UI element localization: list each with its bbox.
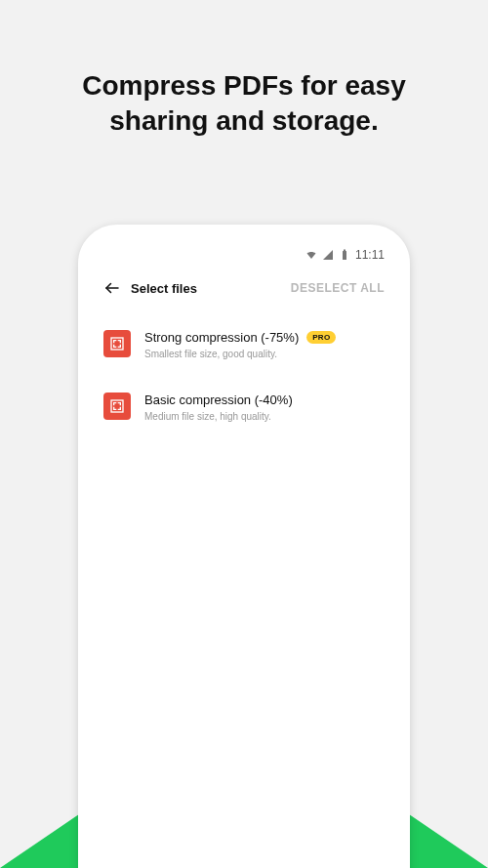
battery-icon — [339, 249, 350, 261]
phone-screen: 11:11 Select files DESELECT ALL Strong c — [88, 234, 400, 868]
status-time: 11:11 — [355, 248, 385, 262]
option-subtitle: Medium file size, high quality. — [144, 411, 385, 422]
status-bar: 11:11 — [103, 248, 385, 262]
option-basic-compression[interactable]: Basic compression (-40%) Medium file siz… — [103, 393, 385, 422]
option-title: Basic compression (-40%) — [144, 393, 293, 407]
option-text: Basic compression (-40%) Medium file siz… — [144, 393, 385, 422]
back-group[interactable]: Select files — [103, 279, 197, 297]
compress-icon — [103, 330, 131, 357]
signal-icon — [322, 249, 334, 261]
option-text: Strong compression (-75%) PRO Smallest f… — [144, 330, 385, 359]
option-strong-compression[interactable]: Strong compression (-75%) PRO Smallest f… — [103, 330, 385, 359]
phone-frame: 11:11 Select files DESELECT ALL Strong c — [78, 225, 410, 868]
top-bar: Select files DESELECT ALL — [103, 279, 385, 297]
wifi-icon — [305, 249, 317, 261]
page-root: Compress PDFs for easy sharing and stora… — [0, 0, 488, 868]
option-subtitle: Smallest file size, good quality. — [144, 349, 385, 359]
option-title: Strong compression (-75%) — [144, 330, 299, 345]
pro-badge: PRO — [306, 331, 336, 344]
svg-rect-4 — [111, 400, 123, 412]
svg-rect-1 — [344, 250, 346, 252]
compress-icon — [103, 393, 131, 420]
svg-rect-0 — [343, 251, 346, 260]
headline-line-1: Compress PDFs for easy — [82, 70, 405, 101]
options-list: Strong compression (-75%) PRO Smallest f… — [103, 330, 385, 422]
headline-line-2: sharing and storage. — [109, 105, 378, 136]
back-arrow-icon — [103, 279, 121, 297]
screen-title: Select files — [131, 281, 197, 296]
deselect-all-button[interactable]: DESELECT ALL — [291, 281, 385, 295]
page-headline: Compress PDFs for easy sharing and stora… — [0, 0, 488, 140]
svg-rect-3 — [111, 338, 123, 350]
